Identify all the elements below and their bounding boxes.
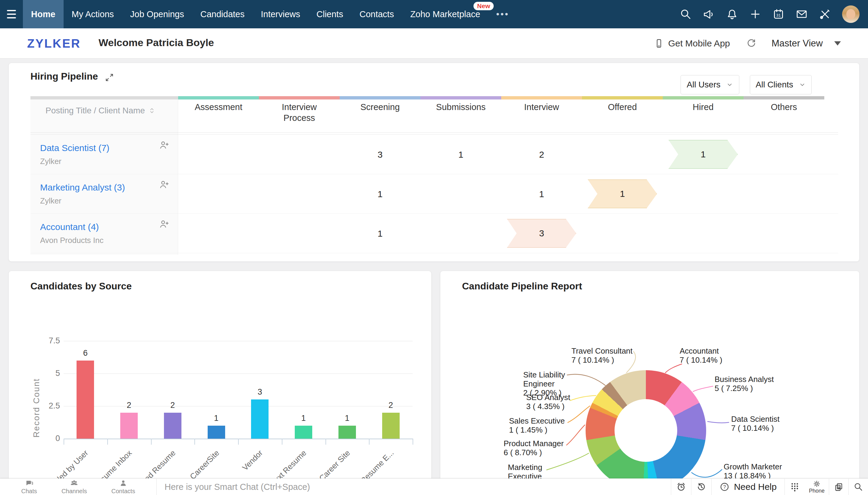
channels-icon [70,479,79,488]
bar-nexxt-resume[interactable] [295,426,312,439]
y-tick-label: 2.5 [34,401,60,411]
chatbar-right-tools: Need Help Phone [671,479,868,495]
calendar-icon[interactable] [772,8,784,20]
person-add-icon[interactable] [159,180,169,190]
donut-label-data-scientist: Data Scientist7 ( 10.14% ) [731,414,779,432]
all-clients-filter[interactable]: All Clients [750,75,812,95]
chat-shortcut-label: Channels [62,488,87,495]
nav-item-contacts[interactable]: Contacts [351,0,402,28]
nav-item-job-openings[interactable]: Job Openings [122,0,192,28]
expand-icon[interactable] [105,73,114,82]
user-avatar[interactable] [842,5,860,23]
chat-shortcut-chats[interactable]: Chats [21,479,37,495]
nav-item-label: Clients [316,9,343,19]
stage-count: 3 [340,150,420,160]
posting-title-link[interactable]: Marketing Analyst (3) [40,182,125,193]
search-icon[interactable] [680,8,692,20]
hiring-pipeline-card: Hiring Pipeline All Users All Clients Po… [8,63,860,262]
stage-stripe-others [744,96,824,100]
company-logo[interactable]: ZYLKER [17,31,91,56]
chevron-down-icon [726,81,733,88]
nav-item-my-actions[interactable]: My Actions [64,0,122,28]
gridline [64,341,413,341]
nav-item-label: Candidates [201,9,245,19]
x-axis-tick [326,439,326,445]
posting-title-link[interactable]: Data Scientist (7) [40,143,109,153]
bar-value-label: 1 [198,414,235,423]
chat-shortcut-label: Contacts [111,488,135,495]
nav-item-home[interactable]: Home [23,0,64,28]
stage-chevron-interview[interactable]: 3 [507,219,576,248]
person-add-icon[interactable] [159,140,169,150]
zoom-search-button[interactable] [849,479,868,495]
master-view-dropdown[interactable]: Master View [771,38,841,49]
pipeline-donut-chart[interactable] [586,370,706,491]
clipboard-copy-icon [834,482,844,492]
mail-icon[interactable] [796,8,808,20]
posting-title-link[interactable]: Accountant (4) [40,222,99,232]
nav-item-zoho-marketplace[interactable]: Zoho MarketplaceNew [402,0,488,28]
posting-title-column-header[interactable]: Posting Title / Client Name [46,106,156,116]
recent-items-button[interactable] [691,479,711,495]
bar-resume-inbox[interactable] [120,413,138,439]
x-axis-tick [194,439,195,445]
get-mobile-app-button[interactable]: Get Mobile App [654,38,730,49]
alarm-clock-icon [676,482,686,492]
nav-item-candidates[interactable]: Candidates [192,0,253,28]
donut-label-product-manager: Product Manager6 ( 8.70% ) [504,439,563,457]
stage-header-hired: Hired [663,102,744,113]
question-circle-icon [719,482,730,492]
nav-item-interviews[interactable]: Interviews [253,0,308,28]
lead-stripe [31,96,178,100]
y-tick-label: 7.5 [34,336,60,345]
candidate-pipeline-report-title: Candidate Pipeline Report [462,281,582,292]
x-axis-tick [282,439,282,445]
bar-added-by-user[interactable] [76,361,94,439]
stage-stripe-offered [582,96,663,100]
gridline [64,374,413,374]
bar-ing-resume-e-[interactable] [382,413,400,439]
nav-item-label: My Actions [72,9,114,19]
announcement-icon[interactable] [703,8,715,20]
dialpad-button[interactable] [785,479,805,495]
history-icon [696,482,707,492]
dropdown-triangle-icon [834,41,841,46]
bar-vendor[interactable] [251,399,268,439]
row-separator [31,214,838,214]
need-help-button[interactable]: Need Help [711,479,785,495]
row-separator [31,174,838,174]
sort-icon[interactable] [148,107,156,115]
row-separator [31,253,838,253]
smart-chat-input[interactable] [157,479,671,495]
refresh-icon[interactable] [746,38,757,49]
nav-item-clients[interactable]: Clients [308,0,351,28]
candidate-pipeline-report-card: Candidate Pipeline Report Accountant7 ( … [440,271,860,495]
notifications-bell-icon[interactable] [726,8,738,20]
copy-clipboard-button[interactable] [829,479,848,495]
stage-chevron-offered[interactable]: 1 [588,180,657,208]
client-name: Avon Products Inc [40,236,104,245]
top-navbar: HomeMy ActionsJob OpeningsCandidatesInte… [0,0,868,28]
setup-tools-icon[interactable] [819,8,831,20]
hamburger-menu-icon[interactable] [0,0,23,28]
reminders-button[interactable] [671,479,691,495]
stage-header-submissions: Submissions [420,102,501,113]
stage-count: 1 [501,189,582,199]
bar-value-label: 2 [111,400,147,410]
donut-label-travel-consultant: Travel Consultant7 ( 10.14% ) [571,346,632,364]
client-name: Zylker [40,157,62,166]
chat-shortcut-contacts[interactable]: Contacts [111,479,135,495]
person-add-icon[interactable] [159,219,169,229]
chevron-down-icon [799,81,806,88]
phone-settings-button[interactable]: Phone [805,480,829,494]
all-users-filter[interactable]: All Users [680,75,739,95]
bar-careersite[interactable] [208,426,225,439]
app-header: ZYLKER Welcome Patricia Boyle Get Mobile… [0,28,868,58]
stage-chevron-hired[interactable]: 1 [669,140,738,169]
chat-shortcut-channels[interactable]: Channels [62,479,87,495]
nav-item-label: Home [31,9,55,19]
bar-career-site[interactable] [338,426,356,439]
quick-add-plus-icon[interactable] [749,8,761,20]
bar-indeed-resume[interactable] [164,413,181,439]
x-axis-tick [238,439,239,445]
